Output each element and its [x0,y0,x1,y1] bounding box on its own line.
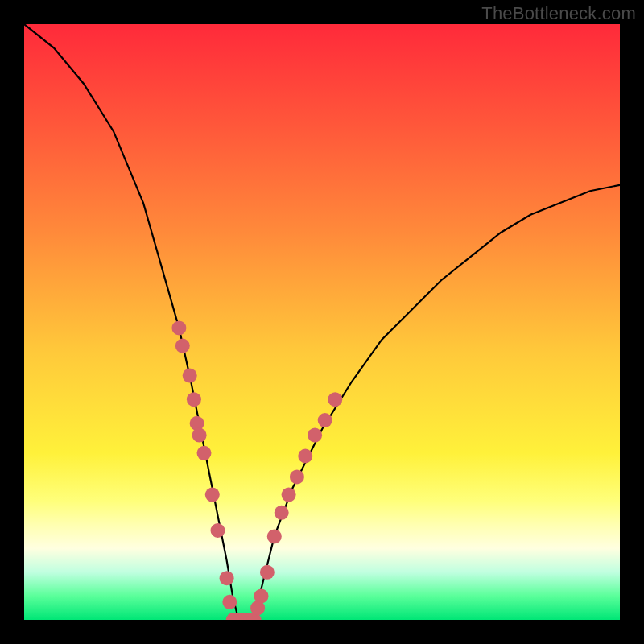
highlight-dot [229,613,243,620]
highlight-dot [222,595,237,609]
chart-plot-area [24,24,620,620]
highlight-dot [308,428,322,443]
highlight-dot [192,428,207,443]
highlight-dot [220,571,234,585]
highlight-dot [236,613,250,620]
highlight-dot [298,449,312,464]
highlight-dot [205,488,220,502]
highlight-dot [282,488,296,502]
highlight-dot [233,613,247,620]
highlight-dot [190,416,204,431]
highlight-dot [240,613,254,620]
highlight-dot [171,320,186,335]
highlight-dot [250,601,265,615]
highlight-dot [243,613,258,620]
highlight-dot [183,369,197,383]
bottleneck-curve [24,24,620,620]
highlight-dot [290,469,304,484]
watermark-text: TheBottleneck.com [481,3,636,24]
highlight-dot [247,613,262,620]
highlight-dot [254,588,269,603]
highlight-dot [318,413,332,427]
highlight-dot [187,392,201,407]
highlight-dot [260,565,275,580]
highlight-dot [175,339,190,353]
highlight-dot [211,523,225,538]
highlight-dot [328,392,342,407]
highlight-dots [171,320,342,620]
highlight-dot [197,446,212,460]
highlight-dot [267,529,282,543]
highlight-dot [275,506,289,520]
chart-svg [24,24,620,620]
highlight-dot [226,613,241,620]
